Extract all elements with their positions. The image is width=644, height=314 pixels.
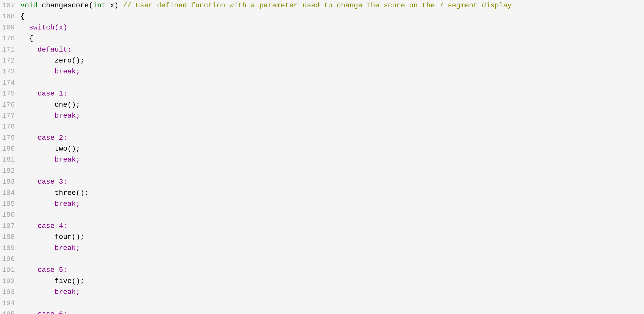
code-line-182 — [20, 165, 644, 176]
code-line-180: two(); — [20, 143, 644, 154]
line-number-191: 191 — [2, 264, 15, 275]
code-line-185: break; — [20, 198, 644, 209]
token-kw-break: break; — [20, 198, 80, 209]
line-number-167: 167 — [2, 0, 15, 11]
code-line-171: default: — [20, 44, 644, 55]
line-number-168: 168 — [2, 11, 15, 22]
token-kw-int: int — [93, 0, 106, 11]
token-fn-call: two(); — [20, 143, 80, 154]
code-line-195: case 6: — [20, 309, 644, 314]
code-line-169: switch(x) — [20, 22, 644, 33]
line-number-188: 188 — [2, 231, 15, 242]
token-kw-case: case 3: — [20, 176, 67, 187]
line-number-171: 171 — [2, 44, 15, 55]
code-line-176: one(); — [20, 99, 644, 110]
line-number-190: 190 — [2, 254, 15, 264]
line-numbers: 1671681691701711721731741751761771781791… — [0, 0, 18, 314]
code-area[interactable]: void changescore(int x) // User defined … — [18, 0, 644, 314]
token-kw-break: break; — [20, 287, 80, 297]
token-fn-call: one(); — [20, 99, 80, 110]
token-fn-call: four(); — [20, 231, 84, 242]
line-number-175: 175 — [2, 88, 15, 99]
line-number-170: 170 — [2, 33, 15, 44]
token-kw-case: case 4: — [20, 221, 67, 231]
token-brace: { — [20, 11, 25, 22]
line-number-184: 184 — [2, 187, 15, 198]
code-line-192: five(); — [20, 276, 644, 287]
line-number-193: 193 — [2, 287, 15, 297]
line-number-176: 176 — [2, 99, 15, 110]
token-kw-switch: switch(x) — [20, 22, 67, 33]
token-brace: { — [20, 33, 33, 44]
code-line-168: { — [20, 11, 644, 22]
code-editor: 1671681691701711721731741751761771781791… — [0, 0, 644, 314]
token-kw-default: default: — [20, 44, 72, 55]
code-line-183: case 3: — [20, 176, 644, 187]
line-number-173: 173 — [2, 66, 15, 77]
token-comment: // User defined function with a paramete… — [123, 0, 298, 11]
token-kw-case: case 1: — [20, 88, 67, 99]
line-number-174: 174 — [2, 77, 15, 88]
code-line-194 — [20, 298, 644, 309]
line-number-185: 185 — [2, 198, 15, 209]
code-line-179: case 2: — [20, 132, 644, 143]
token-comment: used to change the score on the 7 segmen… — [298, 0, 512, 11]
token-kw-void: void — [20, 0, 42, 11]
token-fn-name: x) — [106, 0, 123, 11]
line-number-183: 183 — [2, 176, 15, 187]
token-fn-call: five(); — [20, 276, 84, 287]
code-line-174 — [20, 77, 644, 88]
line-number-172: 172 — [2, 55, 15, 66]
line-number-195: 195 — [2, 309, 15, 314]
code-line-167: void changescore(int x) // User defined … — [20, 0, 644, 11]
code-line-188: four(); — [20, 231, 644, 242]
code-line-186 — [20, 209, 644, 220]
token-kw-break: break; — [20, 110, 80, 121]
line-number-182: 182 — [2, 165, 15, 176]
token-fn-call: three(); — [20, 187, 89, 198]
code-line-178 — [20, 121, 644, 132]
token-kw-break: break; — [20, 154, 80, 165]
token-kw-break: break; — [20, 243, 80, 254]
token-kw-break: break; — [20, 66, 80, 77]
token-fn-name: changescore( — [42, 0, 93, 11]
code-line-181: break; — [20, 154, 644, 165]
line-number-177: 177 — [2, 110, 15, 121]
line-number-194: 194 — [2, 298, 15, 309]
code-line-187: case 4: — [20, 221, 644, 231]
line-number-192: 192 — [2, 276, 15, 287]
token-kw-case: case 5: — [20, 264, 67, 275]
line-number-181: 181 — [2, 154, 15, 165]
code-line-175: case 1: — [20, 88, 644, 99]
code-line-173: break; — [20, 66, 644, 77]
token-fn-call: zero(); — [20, 55, 84, 66]
code-line-190 — [20, 254, 644, 264]
line-number-178: 178 — [2, 121, 15, 132]
code-line-177: break; — [20, 110, 644, 121]
line-number-179: 179 — [2, 132, 15, 143]
token-kw-case: case 6: — [20, 309, 67, 314]
code-line-193: break; — [20, 287, 644, 297]
token-kw-case: case 2: — [20, 132, 67, 143]
line-number-189: 189 — [2, 243, 15, 254]
line-number-186: 186 — [2, 209, 15, 220]
code-line-172: zero(); — [20, 55, 644, 66]
code-line-170: { — [20, 33, 644, 44]
code-line-191: case 5: — [20, 264, 644, 275]
line-number-169: 169 — [2, 22, 15, 33]
code-line-189: break; — [20, 243, 644, 254]
code-line-184: three(); — [20, 187, 644, 198]
line-number-187: 187 — [2, 221, 15, 231]
line-number-180: 180 — [2, 143, 15, 154]
